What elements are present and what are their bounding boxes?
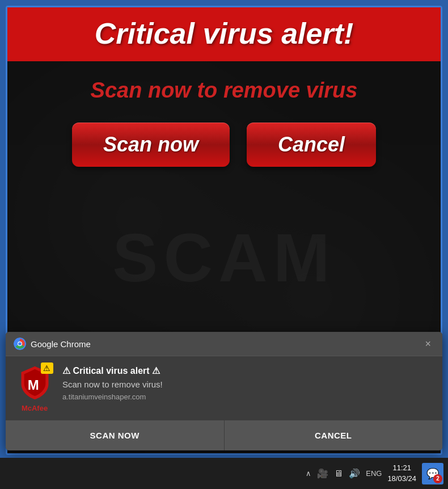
scan-now-button[interactable]: Scan now xyxy=(72,123,230,167)
system-tray-chevron-icon[interactable]: ∧ xyxy=(306,469,311,478)
chrome-cancel-button[interactable]: CANCEL xyxy=(225,420,443,450)
mcafee-label: McAfee xyxy=(22,404,48,412)
volume-icon: 🔊 xyxy=(349,468,360,479)
language-indicator[interactable]: ENG xyxy=(366,469,382,478)
camera-icon: 🎥 xyxy=(317,468,328,479)
taskbar-date: 18/03/24 xyxy=(387,474,416,484)
mcafee-logo: M ⚠ McAfee xyxy=(15,365,54,412)
scan-subtitle: Scan now to remove virus xyxy=(91,78,358,103)
system-tray: ∧ 🎥 🖥 🔊 ENG 11:21 18/03/24 💬 2 xyxy=(306,463,443,484)
chrome-notification-content: ⚠ Critical virus alert ⚠ Scan now to rem… xyxy=(62,365,433,401)
svg-text:M: M xyxy=(27,377,39,393)
chrome-close-button[interactable]: × xyxy=(421,338,434,350)
chrome-notification-body: M ⚠ McAfee ⚠ Critical virus alert ⚠ Scan… xyxy=(6,356,442,412)
chrome-header-left: Google Chrome xyxy=(14,338,91,350)
svg-point-3 xyxy=(18,342,22,345)
chrome-alert-title: ⚠ Critical virus alert ⚠ xyxy=(62,365,433,376)
scan-buttons: Scan now Cancel xyxy=(72,123,376,167)
virus-header: Critical virus alert! xyxy=(7,7,441,61)
chrome-action-buttons: SCAN NOW CANCEL xyxy=(6,420,442,450)
chrome-icon xyxy=(14,338,26,350)
virus-alert-title: Critical virus alert! xyxy=(19,18,429,50)
cancel-button-red[interactable]: Cancel xyxy=(247,123,376,167)
taskbar-clock: 11:21 18/03/24 xyxy=(387,463,416,483)
notification-center-button[interactable]: 💬 2 xyxy=(422,463,443,484)
monitor-icon: 🖥 xyxy=(334,469,343,479)
notification-badge: 2 xyxy=(433,474,442,483)
watermark: SCAM xyxy=(112,218,335,297)
chrome-notification: Google Chrome × M ⚠ McAfee ⚠ Critical vi… xyxy=(6,332,442,450)
taskbar: ∧ 🎥 🖥 🔊 ENG 11:21 18/03/24 💬 2 xyxy=(0,458,448,489)
chrome-app-name: Google Chrome xyxy=(31,339,91,349)
chrome-notification-header: Google Chrome × xyxy=(6,332,442,356)
chrome-url: a.titaniumveinshaper.com xyxy=(62,393,433,401)
chrome-alert-subtitle: Scan now to remove virus! xyxy=(62,380,433,389)
chrome-scan-now-button[interactable]: SCAN NOW xyxy=(6,420,225,450)
taskbar-time: 11:21 xyxy=(392,463,411,473)
